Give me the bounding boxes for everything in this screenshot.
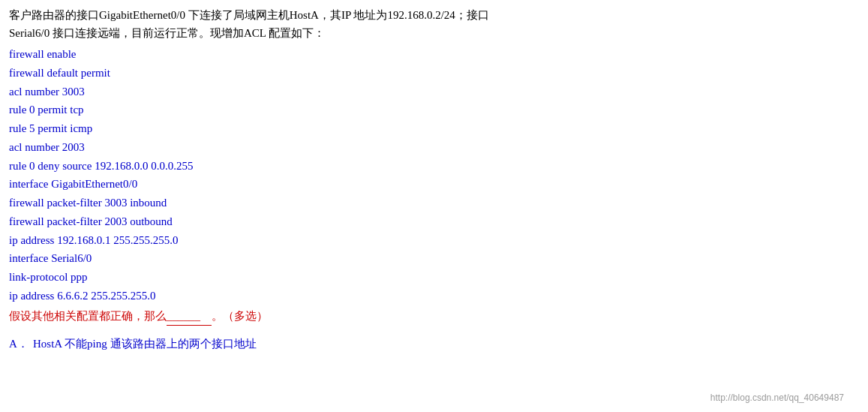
intro-paragraph: 客户路由器的接口GigabitEthernet0/0 下连接了局域网主机Host…	[9, 6, 859, 42]
code-block: firewall enablefirewall default permitac…	[9, 45, 859, 305]
code-line: ip address 192.168.0.1 255.255.255.0	[9, 231, 859, 250]
intro-line1: 客户路由器的接口GigabitEthernet0/0 下连接了局域网主机Host…	[9, 9, 489, 21]
code-line: rule 0 permit tcp	[9, 101, 859, 119]
code-line: interface GigabitEthernet0/0	[9, 175, 859, 194]
answer-label: A．	[9, 335, 30, 353]
question-suffix: 。（多选）	[212, 310, 268, 322]
code-line: ip address 6.6.6.2 255.255.255.0	[9, 287, 859, 305]
question-line: 假设其他相关配置都正确，那么______。（多选）	[9, 307, 859, 326]
code-line: acl number 2003	[9, 138, 859, 157]
code-line: rule 0 deny source 192.168.0.0 0.0.0.255	[9, 157, 859, 176]
question-text: 假设其他相关配置都正确，那么	[9, 310, 167, 322]
watermark: http://blog.csdn.net/qq_40649487	[710, 392, 844, 403]
code-line: acl number 3003	[9, 83, 859, 101]
code-line: firewall packet-filter 3003 inbound	[9, 194, 859, 212]
code-line: interface Serial6/0	[9, 249, 859, 268]
code-line: rule 5 permit icmp	[9, 119, 859, 138]
answer-section: A．HostA 不能ping 通该路由器上的两个接口地址	[9, 335, 859, 353]
answer-text: HostA 不能ping 通该路由器上的两个接口地址	[33, 335, 257, 353]
answer-item: A．HostA 不能ping 通该路由器上的两个接口地址	[9, 335, 859, 353]
code-line: firewall default permit	[9, 64, 859, 83]
code-line: link-protocol ppp	[9, 268, 859, 287]
code-line: firewall packet-filter 2003 outbound	[9, 212, 859, 231]
intro-line2: Serial6/0 接口连接远端，目前运行正常。现增加ACL 配置如下：	[9, 27, 325, 39]
answer-blank: ______	[167, 307, 212, 326]
code-line: firewall enable	[9, 45, 859, 64]
page-wrapper: 客户路由器的接口GigabitEthernet0/0 下连接了局域网主机Host…	[9, 6, 859, 412]
